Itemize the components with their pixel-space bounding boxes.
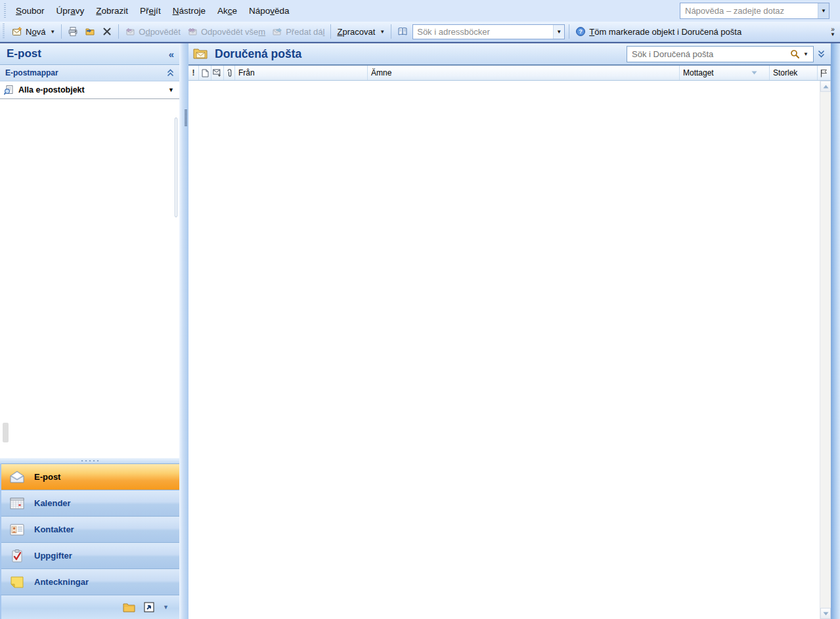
chevron-down-icon[interactable]: ▼: [168, 87, 174, 93]
menu-prejit[interactable]: Přejít: [134, 3, 167, 18]
scroll-down-arrow-icon: [823, 612, 829, 616]
toolbar-separator: [61, 24, 62, 39]
all-mail-items-selector[interactable]: Alla e-postobjekt ▼: [0, 81, 179, 99]
column-from[interactable]: Från: [235, 66, 368, 80]
menu-zobrazit[interactable]: Zobrazit: [90, 3, 134, 18]
empty-selected-items-button[interactable]: ? Töm markerade objekt i Doručená pošta: [572, 25, 745, 38]
column-received[interactable]: Mottaget: [680, 66, 770, 80]
navigation-pane-title: E-post: [7, 47, 41, 60]
column-message-state[interactable]: [211, 66, 224, 80]
nav-button-calendar[interactable]: Kalender: [1, 490, 179, 516]
move-to-folder-icon: [85, 26, 95, 37]
column-subject[interactable]: Ämne: [368, 66, 680, 80]
menu-label: e: [232, 6, 237, 16]
pane-splitter[interactable]: [179, 43, 188, 619]
delete-icon: [102, 26, 112, 37]
address-book-icon: [397, 26, 408, 37]
label-part: Předat dá: [286, 27, 322, 37]
new-mail-button[interactable]: Nová ▼: [9, 25, 58, 38]
move-to-folder-button[interactable]: [81, 25, 99, 38]
mail-folders-header[interactable]: E-postmappar: [0, 65, 179, 81]
expand-query-builder-button[interactable]: [814, 50, 828, 58]
menu-akce[interactable]: Akce: [211, 3, 243, 18]
column-received-label: Mottaget: [683, 68, 714, 77]
nav-button-contacts[interactable]: Kontakter: [1, 516, 179, 542]
column-size[interactable]: Storlek: [770, 66, 818, 80]
label-part: l: [323, 27, 325, 37]
window-right-edge: [831, 43, 840, 619]
configure-buttons-arrow[interactable]: ▼: [163, 604, 169, 610]
column-importance[interactable]: !: [188, 66, 199, 80]
nav-button-label: Kontakter: [34, 524, 74, 534]
print-icon: [68, 26, 78, 37]
inbox-pane: Doručená pošta Sök i Doručená pošta ▼ !: [188, 43, 831, 619]
menu-napoveda[interactable]: Nápověda: [243, 3, 296, 18]
scroll-down-button[interactable]: [820, 608, 831, 619]
body: E-post « E-postmappar Alla e-postobjekt …: [0, 43, 840, 619]
menu-label: Ak: [217, 6, 228, 16]
chevron-up-double-icon[interactable]: [167, 69, 174, 77]
shortcuts-icon[interactable]: [144, 602, 154, 612]
menubar-drag-grip[interactable]: [4, 3, 6, 19]
new-mail-dropdown-arrow[interactable]: ▼: [50, 29, 55, 35]
label-part: öm markerade objekt i Doručená pošta: [594, 27, 741, 37]
toolbar-options-button[interactable]: » ▼: [830, 26, 837, 37]
folder-list-area[interactable]: [0, 99, 179, 458]
chevron-down-icon: ▼: [821, 8, 826, 14]
print-button[interactable]: [64, 25, 81, 38]
column-item-type[interactable]: [199, 66, 211, 80]
search-options-arrow[interactable]: ▼: [803, 51, 808, 57]
address-book-search-placeholder: Sök i adressböcker: [413, 25, 553, 39]
address-book-search-combobox[interactable]: Sök i adressböcker ▼: [412, 24, 565, 39]
label-part: T: [589, 27, 594, 37]
help-question-dropdown-arrow[interactable]: ▼: [818, 3, 829, 18]
inbox-search-box[interactable]: Sök i Doručená pošta ▼: [627, 46, 814, 62]
reply-all-icon: [187, 26, 198, 37]
menu-label-accel: N: [173, 6, 179, 16]
tasks-icon: [9, 549, 26, 563]
folder-list-scroll-thumb[interactable]: [3, 423, 9, 442]
menu-label: Nápo: [249, 6, 270, 16]
scrollbar-track[interactable]: [820, 92, 831, 608]
delete-button[interactable]: [99, 25, 116, 38]
help-question-combobox[interactable]: Nápověda – zadejte dotaz ▼: [680, 3, 829, 19]
toolbar-separator: [391, 24, 391, 39]
label-part: pracovat: [342, 27, 375, 37]
scroll-up-button[interactable]: [820, 81, 831, 92]
nav-button-tasks[interactable]: Uppgifter: [1, 542, 179, 568]
nav-button-notes[interactable]: Anteckningar: [1, 568, 179, 595]
navigation-pane-splitter[interactable]: [0, 458, 179, 463]
menu-upravy[interactable]: Úpravy: [51, 3, 91, 18]
empty-selected-items-label: Töm markerade objekt i Doručená pošta: [589, 27, 741, 37]
menu-label-accel: Z: [96, 6, 101, 16]
message-list-scrollbar[interactable]: [820, 81, 831, 619]
folder-list-scrollbar[interactable]: [175, 117, 177, 217]
message-list-empty[interactable]: [188, 81, 820, 619]
menu-nastroje[interactable]: Nástroje: [167, 3, 211, 18]
column-attachment[interactable]: [224, 66, 235, 80]
chevron-down-icon: ▼: [830, 32, 835, 37]
search-icon[interactable]: [790, 49, 799, 58]
reply-all-button: Odpovědět všem: [184, 25, 269, 38]
folder-list-icon[interactable]: [123, 603, 135, 612]
importance-icon: !: [192, 68, 195, 77]
menu-label: obrazit: [102, 6, 129, 16]
nav-button-mail[interactable]: E-post: [1, 463, 179, 490]
address-book-search-dropdown-arrow[interactable]: ▼: [553, 25, 564, 39]
nav-button-label: E-post: [34, 472, 60, 482]
menu-label: ěda: [275, 6, 290, 16]
column-flag[interactable]: [818, 66, 831, 80]
chevron-down-double-icon: [818, 50, 825, 58]
process-menu-button[interactable]: Zpracovat ▼: [334, 26, 388, 38]
minimize-navigation-pane-button[interactable]: «: [169, 49, 174, 60]
label-part: O: [139, 27, 145, 37]
address-book-button[interactable]: [394, 25, 411, 38]
menu-soubor[interactable]: Soubor: [10, 3, 51, 18]
pane-splitter-grip[interactable]: [185, 110, 187, 127]
reply-icon: [125, 26, 135, 37]
inbox-search-placeholder: Sök i Doručená pošta: [627, 49, 790, 59]
menu-label: oubor: [22, 6, 45, 16]
column-subject-label: Ämne: [371, 68, 391, 77]
toolbar-drag-grip[interactable]: [3, 24, 5, 39]
paperclip-icon: [227, 69, 232, 77]
